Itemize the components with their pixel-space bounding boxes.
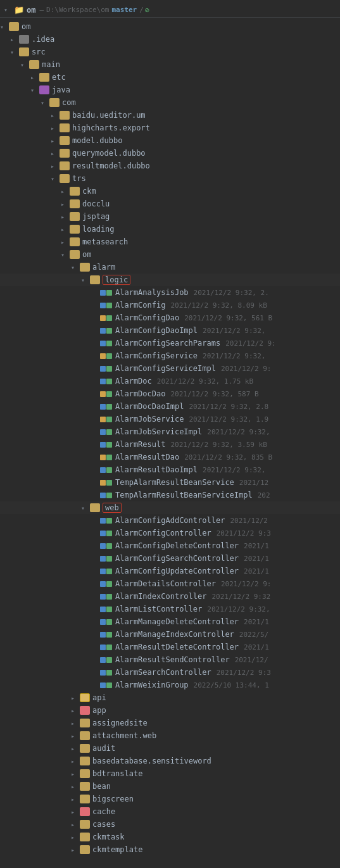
tree-item-AlarmResultDaoImpl[interactable]: AlarmResultDaoImpl2021/12/2 9:32, bbox=[0, 463, 340, 476]
folder-label: api bbox=[92, 693, 106, 702]
tree-item-AlarmSearchController[interactable]: AlarmSearchController2021/12/2 9:3 bbox=[0, 666, 340, 679]
tree-item-TempAlarmResultBeanServiceImpl[interactable]: TempAlarmResultBeanServiceImpl202 bbox=[0, 489, 340, 501]
file-meta: 2021/12/2 9:32, bbox=[203, 466, 265, 474]
tree-item-docclu[interactable]: ▸docclu bbox=[0, 198, 340, 210]
tree-item-om-root[interactable]: ▾om bbox=[0, 20, 340, 33]
folder-icon-purple bbox=[39, 85, 49, 94]
folder-arrow: ▸ bbox=[71, 846, 80, 853]
tree-item-metasearch[interactable]: ▸metasearch bbox=[0, 236, 340, 248]
folder-arrow: ▸ bbox=[71, 720, 80, 727]
edit-icon: / bbox=[139, 6, 144, 14]
folder-icon bbox=[70, 187, 80, 196]
tree-item-om-folder[interactable]: ▾om bbox=[0, 248, 340, 261]
tree-item-src[interactable]: ▾src bbox=[0, 46, 340, 58]
tree-item-AlarmListController[interactable]: AlarmListController2021/12/2 9:32, bbox=[0, 603, 340, 615]
file-meta: 2021/12/2 9:3 bbox=[217, 669, 271, 677]
tree-item-idea[interactable]: ▸.idea bbox=[0, 33, 340, 46]
file-label: AlarmJobServiceImpl bbox=[115, 427, 202, 436]
tree-item-AlarmConfigDeleteController[interactable]: AlarmConfigDeleteController2021/1 bbox=[0, 539, 340, 552]
tree-item-attachment-web[interactable]: ▸attachment.web bbox=[0, 729, 340, 742]
project-header[interactable]: 📁 om – D:\Workspace\om master / ⊘ bbox=[0, 3, 340, 18]
tree-item-bean[interactable]: ▸bean bbox=[0, 780, 340, 793]
folder-label: model.dubbo bbox=[72, 136, 122, 145]
tree-item-api[interactable]: ▸api bbox=[0, 691, 340, 704]
tree-item-AlarmJobServiceImpl[interactable]: AlarmJobServiceImpl2021/12/2 9:32, bbox=[0, 425, 340, 438]
folder-arrow: ▸ bbox=[61, 239, 70, 246]
folder-label-highlighted: logic bbox=[103, 275, 130, 285]
tree-item-AlarmWeixinGroup[interactable]: AlarmWeixinGroup2022/5/10 13:44, 1 bbox=[0, 679, 340, 691]
tree-item-querymodel[interactable]: ▸querymodel.dubbo bbox=[0, 147, 340, 160]
tree-item-AlarmConfigDao[interactable]: AlarmConfigDao2021/12/2 9:32, 561 B bbox=[0, 311, 340, 324]
tree-item-bdtranslate[interactable]: ▸bdtranslate bbox=[0, 767, 340, 780]
tree-item-AlarmResult[interactable]: AlarmResult2021/12/2 9:32, 3.59 kB bbox=[0, 438, 340, 451]
folder-label: om bbox=[82, 250, 91, 259]
tree-item-AlarmConfig[interactable]: AlarmConfig2021/12/2 9:32, 8.09 kB bbox=[0, 299, 340, 311]
tree-item-model-dubbo[interactable]: ▸model.dubbo bbox=[0, 134, 340, 147]
tree-item-AlarmDoc[interactable]: AlarmDoc2021/12/2 9:32, 1.75 kB bbox=[0, 375, 340, 387]
tree-item-AlarmConfigServiceImpl[interactable]: AlarmConfigServiceImpl2021/12/2 9: bbox=[0, 362, 340, 375]
tree-item-audit[interactable]: ▸audit bbox=[0, 742, 340, 755]
tree-item-AlarmResultDao[interactable]: AlarmResultDao2021/12/2 9:32, 835 B bbox=[0, 451, 340, 463]
file-label: AlarmConfigServiceImpl bbox=[115, 364, 216, 373]
tree-item-ckm[interactable]: ▸ckm bbox=[0, 185, 340, 198]
tree-item-AlarmResultDeleteController[interactable]: AlarmResultDeleteController2021/1 bbox=[0, 641, 340, 653]
tree-item-java[interactable]: ▾java bbox=[0, 84, 340, 96]
tree-item-jsptag[interactable]: ▸jsptag bbox=[0, 210, 340, 223]
tree-item-AlarmConfigUpdateController[interactable]: AlarmConfigUpdateController2021/1 bbox=[0, 565, 340, 577]
tree-item-etc[interactable]: ▸etc bbox=[0, 71, 340, 84]
tree-item-bigscreen[interactable]: ▸bigscreen bbox=[0, 793, 340, 805]
folder-icon bbox=[80, 757, 90, 765]
tree-item-loading[interactable]: ▸loading bbox=[0, 223, 340, 236]
tree-item-AlarmJobService[interactable]: AlarmJobService2021/12/2 9:32, 1.9 bbox=[0, 413, 340, 425]
tree-item-AlarmManageIndexController[interactable]: AlarmManageIndexController2022/5/ bbox=[0, 628, 340, 641]
tree-item-AlarmConfigService[interactable]: AlarmConfigService2021/12/2 9:32, bbox=[0, 349, 340, 362]
folder-arrow: ▸ bbox=[71, 771, 80, 777]
tree-item-highcharts[interactable]: ▸highcharts.export bbox=[0, 122, 340, 134]
file-meta: 202 bbox=[258, 491, 270, 500]
tree-item-alarm[interactable]: ▾alarm bbox=[0, 261, 340, 274]
tree-item-AlarmResultSendController[interactable]: AlarmResultSendController2021/12/ bbox=[0, 653, 340, 666]
tree-item-AlarmManageDeleteController[interactable]: AlarmManageDeleteController2021/1 bbox=[0, 615, 340, 628]
file-meta: 2021/1 bbox=[244, 542, 269, 550]
tree-item-TempAlarmResultBeanService[interactable]: TempAlarmResultBeanService2021/12 bbox=[0, 476, 340, 489]
tree-item-AlarmDocDao[interactable]: AlarmDocDao2021/12/2 9:32, 587 B bbox=[0, 387, 340, 400]
tree-item-com[interactable]: ▾com bbox=[0, 96, 340, 109]
folder-label: ckm bbox=[82, 187, 96, 196]
tree-item-app[interactable]: ▸app bbox=[0, 704, 340, 717]
folder-icon bbox=[60, 111, 70, 120]
tree-item-logic[interactable]: ▾logic bbox=[0, 274, 340, 286]
tree-item-main[interactable]: ▾main bbox=[0, 58, 340, 71]
tree-item-AlarmConfigDaoImpl[interactable]: AlarmConfigDaoImpl2021/12/2 9:32, bbox=[0, 324, 340, 337]
folder-arrow: ▸ bbox=[71, 834, 80, 841]
tree-item-AlarmIndexController[interactable]: AlarmIndexController2021/12/2 9:32 bbox=[0, 590, 340, 603]
tree-item-AlarmConfigSearchParams[interactable]: AlarmConfigSearchParams2021/12/2 9: bbox=[0, 337, 340, 349]
folder-label: audit bbox=[92, 744, 115, 753]
folder-label: resultmodel.dubbo bbox=[72, 161, 150, 170]
file-label: AlarmDetailsController bbox=[115, 579, 216, 588]
file-label: AlarmWeixinGroup bbox=[115, 681, 189, 689]
folder-arrow: ▸ bbox=[51, 112, 60, 119]
tree-item-cache[interactable]: ▸cache bbox=[0, 805, 340, 818]
tree-item-ckmtask[interactable]: ▸ckmtask bbox=[0, 831, 340, 843]
tree-item-cases[interactable]: ▸cases bbox=[0, 818, 340, 831]
folder-arrow: ▸ bbox=[71, 745, 80, 752]
tree-item-AlarmConfigController[interactable]: AlarmConfigController2021/12/2 9:3 bbox=[0, 527, 340, 539]
folder-icon bbox=[90, 503, 100, 512]
file-label: AlarmDocDaoImpl bbox=[115, 402, 184, 411]
file-meta: 2021/12/2 9:32, bbox=[207, 428, 270, 436]
file-label: AlarmConfigService bbox=[115, 351, 198, 360]
tree-item-baidu[interactable]: ▸baidu.ueditor.um bbox=[0, 109, 340, 122]
folder-arrow: ▾ bbox=[81, 505, 90, 512]
tree-item-AlarmDetailsController[interactable]: AlarmDetailsController2021/12/2 9: bbox=[0, 577, 340, 590]
tree-item-assignedsite[interactable]: ▸assignedsite bbox=[0, 717, 340, 729]
tree-item-web[interactable]: ▾web bbox=[0, 501, 340, 514]
tree-item-AlarmDocDaoImpl[interactable]: AlarmDocDaoImpl2021/12/2 9:32, 2.8 bbox=[0, 400, 340, 413]
tree-item-basedatabase[interactable]: ▸basedatabase.sensitiveword bbox=[0, 755, 340, 767]
tree-item-AlarmConfigSearchController[interactable]: AlarmConfigSearchController2021/1 bbox=[0, 552, 340, 565]
tree-item-trs[interactable]: ▾trs bbox=[0, 172, 340, 185]
tree-item-resultmodel[interactable]: ▸resultmodel.dubbo bbox=[0, 160, 340, 172]
tree-item-AlarmConfigAddController[interactable]: AlarmConfigAddController2021/12/2 bbox=[0, 514, 340, 527]
folder-icon bbox=[80, 731, 90, 740]
tree-item-ckmtemplate[interactable]: ▸ckmtemplate bbox=[0, 843, 340, 856]
tree-item-AlarmAnalysisJob[interactable]: AlarmAnalysisJob2021/12/2 9:32, 2. bbox=[0, 286, 340, 299]
